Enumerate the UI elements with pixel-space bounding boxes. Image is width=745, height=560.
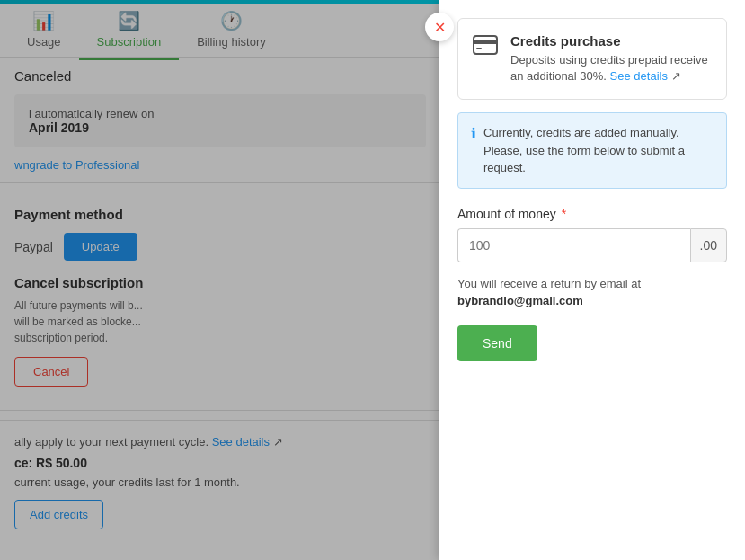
card-payment-icon (473, 35, 498, 60)
purchase-desc: Deposits using credits prepaid receive a… (510, 52, 712, 84)
close-panel-button[interactable]: ✕ (425, 13, 454, 41)
panel-inner: Credits purchase Deposits using credits … (439, 0, 745, 379)
info-text: Currently, credits are added manually. P… (483, 124, 714, 177)
credits-purchase-panel: ✕ Credits purchase Deposits using credit… (439, 0, 745, 560)
close-icon: ✕ (434, 19, 446, 36)
amount-row: .00 (457, 228, 727, 262)
info-box: ℹ Currently, credits are added manually.… (457, 112, 727, 189)
purchase-see-details-link[interactable]: See details (610, 69, 668, 83)
amount-label: Amount of money * (457, 207, 727, 221)
svg-rect-1 (474, 40, 497, 44)
card-content: Credits purchase Deposits using credits … (510, 33, 712, 84)
send-button[interactable]: Send (457, 325, 537, 361)
purchase-title: Credits purchase (510, 33, 712, 49)
amount-input[interactable] (457, 228, 690, 262)
credits-purchase-card: Credits purchase Deposits using credits … (457, 18, 727, 100)
amount-suffix: .00 (690, 228, 727, 262)
svg-rect-0 (474, 36, 497, 54)
required-marker: * (562, 207, 566, 221)
svg-rect-2 (476, 48, 482, 49)
email-text: bybrandio@gmail.com (457, 294, 727, 307)
return-text: You will receive a return by email at (457, 277, 727, 290)
info-icon: ℹ (471, 125, 476, 142)
